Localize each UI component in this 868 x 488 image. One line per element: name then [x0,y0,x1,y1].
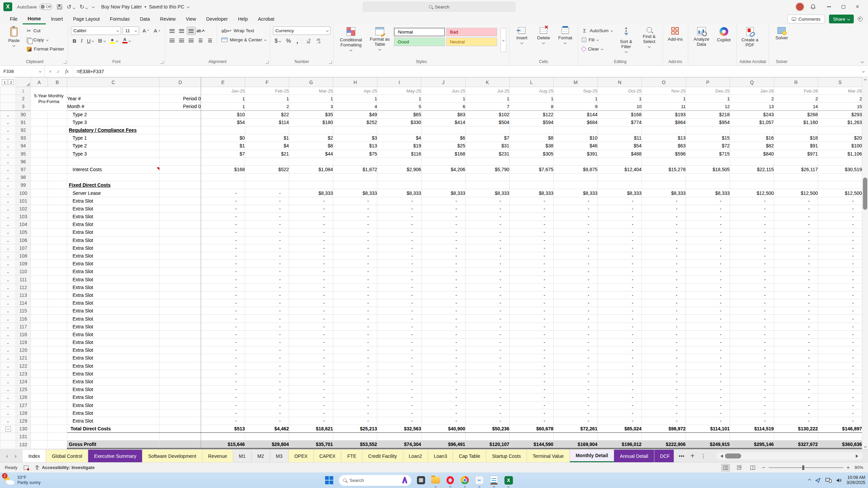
grid-cell[interactable] [48,425,67,433]
grid-cell[interactable] [245,433,289,441]
outline-marker[interactable] [0,205,16,212]
create-pdf-button[interactable]: Create a PDF [739,26,761,49]
grid-cell[interactable]: - [598,299,642,307]
grid-cell[interactable]: $1,263 [818,118,862,126]
grid-cell[interactable]: 2 [818,95,862,103]
month-header-cell[interactable]: Nov-25 [642,87,686,95]
grid-cell[interactable]: $12,404 [598,165,642,173]
row-label[interactable]: Extra Slot [67,299,160,307]
grid-cell[interactable]: $13 [333,142,377,150]
grid-cell[interactable]: $54 [598,142,642,150]
font-name-select[interactable]: Calibri [71,26,121,35]
grid-cell[interactable]: $9,875 [554,165,598,173]
grid-cell[interactable]: - [686,260,730,268]
increase-decimal-button[interactable]: ←0.00 [304,37,312,45]
snipping-tool-app[interactable]: ✂ [474,475,485,485]
grid-cell[interactable]: - [730,276,774,283]
sheet-tab-loan3[interactable]: Loan3 [428,450,453,462]
grid-cell[interactable] [48,260,67,268]
grid-cell[interactable]: - [686,299,730,307]
grid-cell[interactable]: - [201,370,245,378]
grid-cell[interactable]: - [421,260,466,268]
grid-cell[interactable]: - [598,260,642,268]
grid-cell[interactable]: $8,333 [510,189,554,197]
grid-cell[interactable]: $971 [774,150,818,158]
grid-cell[interactable]: - [642,283,686,291]
row-header-95[interactable]: 95 [16,150,31,158]
grid-cell[interactable] [48,339,67,346]
grid-cell[interactable]: $100 [818,142,862,150]
row-header-113[interactable]: 113 [16,291,31,299]
grid-cell[interactable]: $249,915 [686,441,730,448]
grid-cell[interactable]: - [333,283,377,291]
grid-cell[interactable] [48,307,67,315]
grid-cell[interactable] [818,181,862,189]
grid-cell[interactable]: - [201,362,245,370]
grid-cell[interactable]: - [466,378,510,385]
grid-cell[interactable]: - [377,409,421,417]
clock[interactable]: 10:08 AM 3/26/2025 [846,475,865,485]
grid-cell[interactable]: - [818,276,862,283]
decrease-font-button[interactable]: A˅ [152,27,162,35]
grid-cell[interactable]: - [642,291,686,299]
grid-cell[interactable]: - [377,330,421,338]
grid-cell[interactable]: - [642,252,686,260]
grid-cell[interactable]: - [510,346,554,354]
row-header-129[interactable]: 129 [16,417,31,425]
grid-cell[interactable] [160,315,201,323]
select-all-corner[interactable] [16,78,31,87]
grid-cell[interactable]: - [598,291,642,299]
grid-cell[interactable]: - [642,409,686,417]
grid-cell[interactable]: - [730,315,774,323]
grid-cell[interactable] [31,307,48,315]
grid-cell[interactable]: - [730,299,774,307]
grid-cell[interactable] [160,150,201,158]
ribbon-tab-developer[interactable]: Developer [201,14,233,24]
paste-dropdown-icon[interactable] [13,44,15,47]
grid-cell[interactable]: - [642,221,686,228]
outline-marker[interactable] [0,260,16,268]
grid-cell[interactable] [48,354,67,362]
grid-cell[interactable]: - [642,386,686,393]
grid-cell[interactable]: - [377,315,421,323]
grid-cell[interactable]: - [598,346,642,354]
grid-cell[interactable]: - [289,268,333,276]
share-button[interactable]: Share [829,15,854,23]
grid-cell[interactable]: - [377,393,421,401]
grid-cell[interactable]: - [466,213,510,221]
grid-cell[interactable] [31,236,48,244]
grid-cell[interactable]: $120,107 [466,441,510,448]
grid-cell[interactable]: - [642,205,686,212]
grid-cell[interactable] [554,126,598,134]
grid-cell[interactable]: - [730,378,774,385]
align-middle-button[interactable] [177,27,186,35]
outline-buttons[interactable]: 12 [0,78,16,87]
font-color-button[interactable]: A [121,37,132,45]
grid-cell[interactable] [333,174,377,181]
grid-cell[interactable]: - [598,362,642,370]
month-header-cell[interactable]: Feb-26 [774,87,818,95]
ribbon-tab-acrobat[interactable]: Acrobat [253,14,279,24]
grid-cell[interactable] [31,378,48,385]
grid-cell[interactable]: - [642,362,686,370]
grid-cell[interactable]: - [421,213,466,221]
sheet-tab-terminal-value[interactable]: Terminal Value [527,450,570,462]
comments-button[interactable]: Comments [787,15,825,23]
grid-cell[interactable]: - [466,205,510,212]
grid-cell[interactable]: - [245,323,289,330]
grid-cell[interactable]: - [642,323,686,330]
grid-cell[interactable]: $63 [642,142,686,150]
column-header-R[interactable]: R [774,78,818,87]
grid-cell[interactable]: $30,519 [818,165,862,173]
bold-button[interactable]: B [71,37,78,45]
grid-cell[interactable]: - [245,393,289,401]
grid-cell[interactable]: 12 [686,103,730,110]
grid-cell[interactable]: $114 [245,118,289,126]
grid-cell[interactable]: 3 [289,103,333,110]
grid-cell[interactable]: - [245,370,289,378]
grid-cell[interactable]: - [598,276,642,283]
grid-cell[interactable] [554,181,598,189]
row-header-125[interactable]: 125 [16,386,31,393]
grid-cell[interactable]: - [201,401,245,409]
row-label[interactable]: Type 1 [67,134,160,142]
